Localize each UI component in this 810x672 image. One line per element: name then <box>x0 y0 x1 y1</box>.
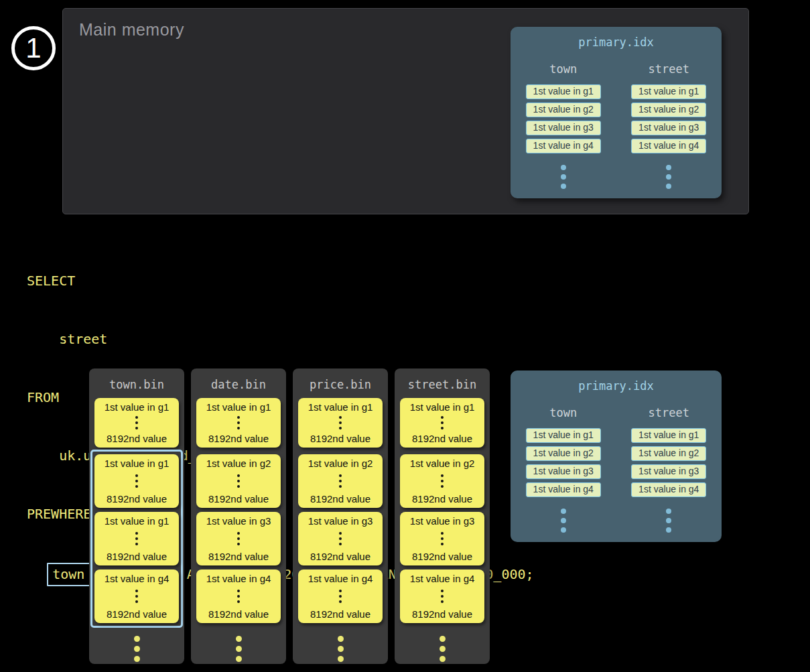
sql-line-street: street <box>27 330 534 349</box>
ellipsis-dots-icon <box>134 634 140 664</box>
granule-group: 1st value in g2 8192nd value 1st value i… <box>294 450 387 628</box>
ellipsis-dots-icon <box>339 415 342 431</box>
granule-block: 1st value in g2 8192nd value <box>400 454 484 508</box>
granule-last-value: 8192nd value <box>412 608 472 620</box>
granule-first-value: 1st value in g3 <box>308 515 373 527</box>
index-entry-chip: 1st value in g4 <box>631 482 706 497</box>
bin-file-name: town.bin <box>109 378 164 391</box>
idx-column-street: street 1st value in g1 1st value in g2 1… <box>616 62 722 191</box>
index-entry-chip: 1st value in g4 <box>526 139 601 153</box>
ellipsis-dots-icon <box>441 473 444 489</box>
idx-column-town: town 1st value in g1 1st value in g2 1st… <box>511 406 616 535</box>
granule-last-value: 8192nd value <box>107 493 167 505</box>
granule-group: 1st value in g2 8192nd value 1st value i… <box>396 450 488 628</box>
granule-last-value: 8192nd value <box>107 551 167 562</box>
granule-last-value: 8192nd value <box>412 551 472 562</box>
granule-first-value: 1st value in g2 <box>206 458 271 469</box>
idx-column-header-town: town <box>549 406 577 419</box>
step-number: 1 <box>25 32 41 64</box>
primary-idx-panel-memory: primary.idx town 1st value in g1 1st val… <box>511 27 722 198</box>
granule-first-value: 1st value in g1 <box>105 458 170 469</box>
primary-idx-title: primary.idx <box>511 27 722 49</box>
bin-file-name: date.bin <box>211 378 266 391</box>
ellipsis-dots-icon <box>561 163 566 191</box>
selected-granules-box: 1st value in g1 8192nd value 1st value i… <box>90 450 183 628</box>
granule-first-value: 1st value in g4 <box>206 573 271 584</box>
granule-last-value: 8192nd value <box>208 608 269 620</box>
granule-last-value: 8192nd value <box>412 433 472 444</box>
granule-block: 1st value in g4 8192nd value <box>196 569 281 623</box>
granule-block: 1st value in g3 8192nd value <box>196 512 281 565</box>
granule-first-value: 1st value in g4 <box>410 573 475 584</box>
bin-file-date: date.bin 1st value in g1 8192nd value 1s… <box>191 368 286 664</box>
index-entry-chip: 1st value in g2 <box>631 446 706 461</box>
granule-block: 1st value in g1 8192nd value <box>196 398 281 448</box>
ellipsis-dots-icon <box>339 531 342 547</box>
primary-idx-panel-disk: primary.idx town 1st value in g1 1st val… <box>511 371 722 542</box>
ellipsis-dots-icon <box>237 473 240 489</box>
granule-block: 1st value in g1 8192nd value <box>94 512 179 565</box>
granule-group: 1st value in g2 8192nd value 1st value i… <box>192 450 285 628</box>
granule-first-value: 1st value in g1 <box>105 401 170 413</box>
index-entry-chip: 1st value in g2 <box>526 103 601 117</box>
granule-last-value: 8192nd value <box>107 608 167 620</box>
ellipsis-dots-icon <box>135 531 138 547</box>
index-entry-chip: 1st value in g3 <box>526 121 601 135</box>
bin-file-name: price.bin <box>310 378 371 391</box>
ellipsis-dots-icon <box>339 473 342 489</box>
ellipsis-dots-icon <box>236 634 242 664</box>
granule-block: 1st value in g2 8192nd value <box>196 454 281 508</box>
granule-block: 1st value in g3 8192nd value <box>400 512 484 565</box>
ellipsis-dots-icon <box>441 531 444 547</box>
granule-first-value: 1st value in g4 <box>308 573 373 584</box>
granule-first-value: 1st value in g3 <box>410 515 475 527</box>
idx-column-header-street: street <box>649 406 689 419</box>
ellipsis-dots-icon <box>135 473 138 489</box>
granule-last-value: 8192nd value <box>310 608 370 620</box>
index-entry-chip: 1st value in g3 <box>631 121 706 135</box>
granule-last-value: 8192nd value <box>310 551 370 562</box>
index-entry-chip: 1st value in g4 <box>631 139 706 153</box>
granule-block: 1st value in g1 8192nd value <box>94 454 179 508</box>
ellipsis-dots-icon <box>666 163 671 191</box>
granule-first-value: 1st value in g3 <box>206 515 271 527</box>
idx-columns: town 1st value in g1 1st value in g2 1st… <box>511 62 722 191</box>
idx-column-header-street: street <box>649 62 689 76</box>
granule-last-value: 8192nd value <box>208 433 269 444</box>
granule-block: 1st value in g4 8192nd value <box>400 569 484 623</box>
granule-first-value: 1st value in g2 <box>410 458 475 469</box>
ellipsis-dots-icon <box>440 634 446 664</box>
granule-last-value: 8192nd value <box>310 433 370 444</box>
ellipsis-dots-icon <box>441 588 444 604</box>
granule-first-value: 1st value in g1 <box>206 401 271 413</box>
idx-column-header-town: town <box>549 62 577 76</box>
index-entry-chip: 1st value in g2 <box>631 103 706 117</box>
index-entry-chip: 1st value in g3 <box>526 464 601 479</box>
granule-last-value: 8192nd value <box>412 493 472 505</box>
ellipsis-dots-icon <box>666 507 671 535</box>
granule-last-value: 8192nd value <box>310 493 370 505</box>
granule-last-value: 8192nd value <box>107 433 167 444</box>
step-1-badge: 1 <box>11 26 56 70</box>
granule-first-value: 1st value in g1 <box>105 515 170 527</box>
ellipsis-dots-icon <box>237 588 240 604</box>
ellipsis-dots-icon <box>338 634 344 664</box>
granule-block: 1st value in g1 8192nd value <box>400 398 484 448</box>
idx-column-town: town 1st value in g1 1st value in g2 1st… <box>511 62 616 191</box>
index-entry-chip: 1st value in g1 <box>526 84 601 99</box>
granule-block: 1st value in g4 8192nd value <box>298 569 383 623</box>
granule-first-value: 1st value in g2 <box>308 458 373 469</box>
index-entry-chip: 1st value in g1 <box>526 428 601 443</box>
ellipsis-dots-icon <box>561 507 566 535</box>
granule-first-value: 1st value in g1 <box>308 401 373 413</box>
ellipsis-dots-icon <box>135 415 138 431</box>
granule-last-value: 8192nd value <box>208 551 269 562</box>
granule-block: 1st value in g1 8192nd value <box>94 398 179 448</box>
granule-block: 1st value in g4 8192nd value <box>94 569 179 623</box>
ellipsis-dots-icon <box>135 588 138 604</box>
granule-first-value: 1st value in g1 <box>410 401 475 413</box>
index-entry-chip: 1st value in g4 <box>526 482 601 497</box>
granule-first-value: 1st value in g4 <box>105 573 170 584</box>
granule-last-value: 8192nd value <box>208 493 269 505</box>
bin-file-name: street.bin <box>408 378 476 391</box>
